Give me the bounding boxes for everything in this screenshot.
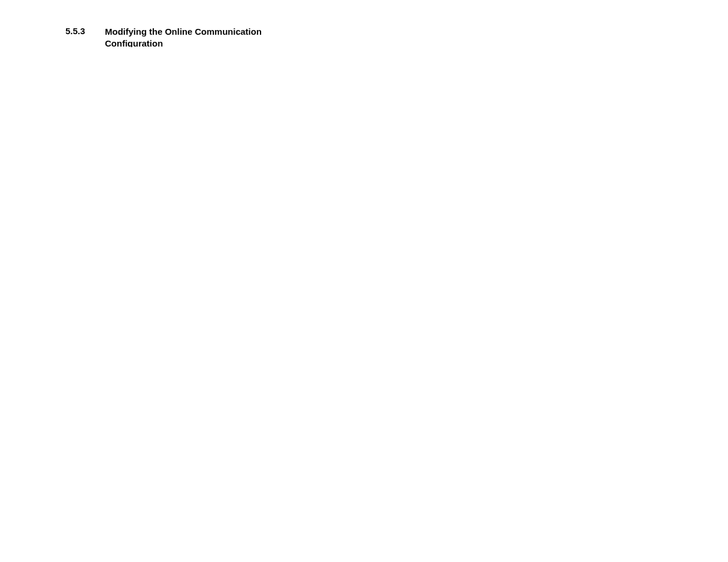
section-number: 5.5.3 [65,26,85,36]
section-title: Modifying the Online Communication Confi… [105,26,288,47]
